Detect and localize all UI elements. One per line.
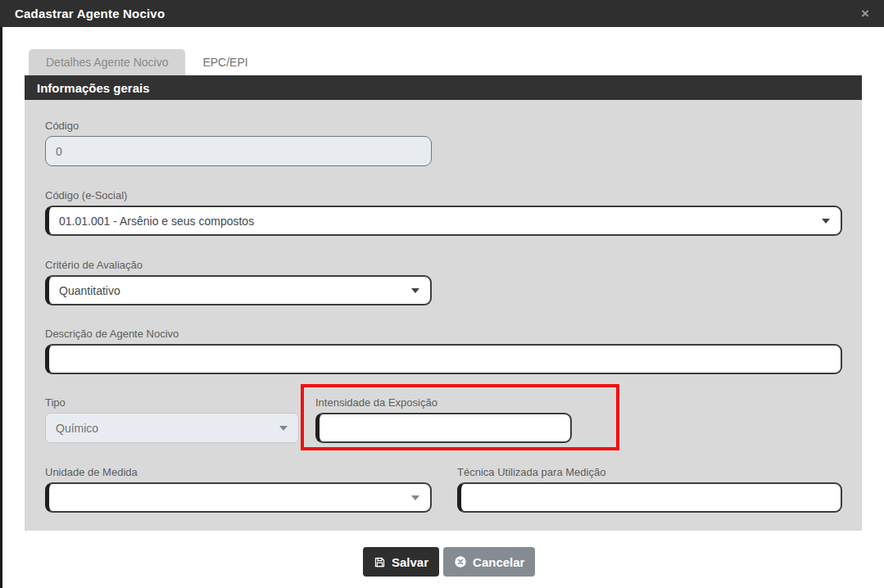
form-panel: Informações gerais Código 0 Código (e-So…	[25, 75, 862, 531]
modal-header: Cadastrar Agente Nocivo ×	[0, 0, 884, 27]
tecnica-input[interactable]	[457, 482, 842, 513]
tab-detalhes-agente-nocivo[interactable]: Detalhes Agente Nocivo	[29, 49, 185, 75]
save-button-label: Salvar	[392, 555, 428, 569]
descricao-label: Descrição de Agente Nocivo	[45, 328, 842, 340]
tipo-select: Químico	[45, 413, 299, 443]
codigo-esocial-select[interactable]: 01.01.001 - Arsênio e seus compostos	[45, 206, 842, 236]
save-button[interactable]: Salvar	[363, 547, 439, 577]
criterio-value: Quantitativo	[59, 284, 120, 297]
floppy-disk-icon	[374, 556, 386, 568]
descricao-input[interactable]	[45, 344, 842, 374]
criterio-select[interactable]: Quantitativo	[45, 275, 432, 305]
cancel-button[interactable]: Cancelar	[443, 547, 535, 577]
codigo-label: Código	[45, 120, 432, 132]
field-descricao: Descrição de Agente Nocivo	[45, 328, 842, 374]
tecnica-label: Técnica Utilizada para Medição	[457, 466, 842, 478]
tipo-value: Químico	[56, 422, 98, 435]
field-intensidade: Intensidade da Exposição	[315, 396, 572, 443]
intensidade-label: Intensidade da Exposição	[315, 396, 572, 409]
unidade-label: Unidade de Medida	[45, 466, 432, 478]
modal-title: Cadastrar Agente Nocivo	[15, 7, 165, 20]
tab-label: Detalhes Agente Nocivo	[46, 56, 168, 69]
backdrop-edge-strip	[0, 0, 2, 588]
modal-footer: Salvar Cancelar	[363, 547, 535, 577]
tab-label: EPC/EPI	[202, 56, 247, 69]
codigo-value: 0	[56, 145, 62, 158]
field-tipo: Tipo Químico	[45, 396, 299, 443]
screen: Cadastrar Agente Nocivo × Detalhes Agent…	[0, 0, 884, 588]
section-header: Informações gerais	[25, 75, 862, 100]
field-tecnica: Técnica Utilizada para Medição	[457, 466, 842, 513]
tab-bar: Detalhes Agente Nocivo EPC/EPI	[29, 49, 265, 75]
cancel-button-label: Cancelar	[473, 555, 524, 569]
section-title: Informações gerais	[37, 81, 150, 95]
circle-x-icon	[454, 555, 467, 568]
field-unidade: Unidade de Medida	[45, 466, 432, 513]
close-icon[interactable]: ×	[861, 7, 869, 20]
codigo-esocial-value: 01.01.001 - Arsênio e seus compostos	[59, 215, 254, 228]
chevron-down-icon	[411, 288, 419, 293]
field-codigo-esocial: Código (e-Social) 01.01.001 - Arsênio e …	[45, 189, 842, 236]
criterio-label: Critério de Avaliação	[45, 259, 432, 271]
unidade-select[interactable]	[45, 482, 432, 513]
field-criterio: Critério de Avaliação Quantitativo	[45, 259, 432, 305]
codigo-esocial-label: Código (e-Social)	[45, 189, 842, 201]
chevron-down-icon	[411, 495, 419, 500]
chevron-down-icon	[822, 219, 830, 224]
tipo-label: Tipo	[45, 396, 299, 409]
tab-epc-epi[interactable]: EPC/EPI	[185, 49, 265, 75]
field-codigo: Código 0	[45, 120, 432, 166]
chevron-down-icon	[279, 426, 288, 431]
intensidade-input[interactable]	[315, 413, 572, 443]
codigo-input: 0	[45, 136, 432, 166]
